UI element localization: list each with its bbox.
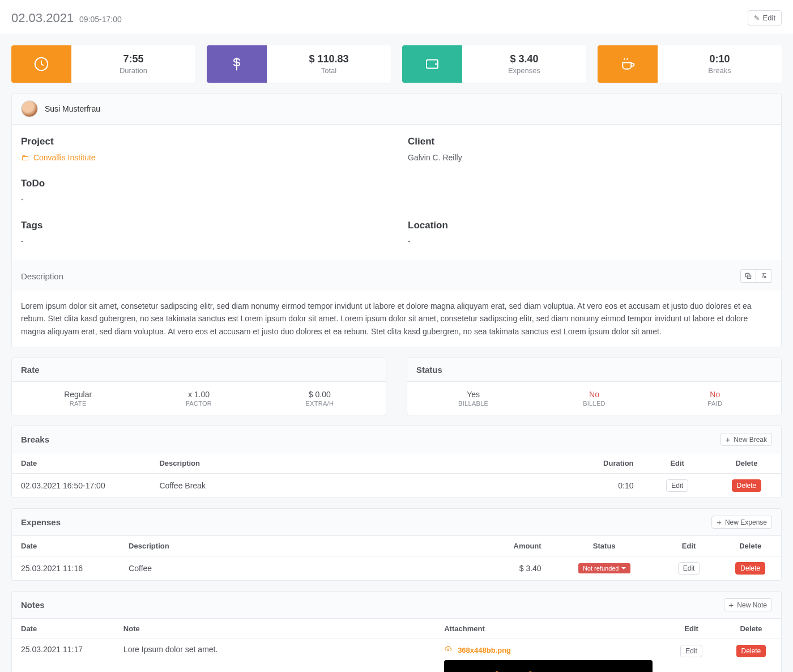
attachment-link[interactable]: 368x448bb.png bbox=[458, 646, 511, 654]
new-note-label: New Note bbox=[737, 601, 767, 609]
expenses-col-desc: Description bbox=[120, 536, 442, 556]
expense-edit-button[interactable]: Edit bbox=[678, 562, 700, 575]
attachment-preview: Timesheet 7:03 bbox=[444, 660, 653, 672]
new-break-button[interactable]: + New Break bbox=[720, 433, 772, 446]
expense-status-text: Not refunded bbox=[583, 565, 619, 572]
status-paid-label: PAID bbox=[655, 400, 775, 407]
table-row: 25.03.2021 11:16 Coffee $ 3.40 Not refun… bbox=[12, 556, 781, 581]
location-block: Location - bbox=[408, 220, 772, 246]
rate-label: Rate bbox=[12, 358, 386, 382]
todo-value: - bbox=[21, 195, 385, 204]
coffee-icon bbox=[598, 45, 658, 83]
edit-button-label: Edit bbox=[763, 14, 775, 22]
stat-expenses: $ 3.40 Expenses bbox=[402, 45, 586, 83]
plus-icon: + bbox=[726, 435, 731, 444]
avatar bbox=[21, 100, 38, 117]
expenses-col-status: Status bbox=[551, 536, 658, 556]
rate-extra-value: $ 0.00 bbox=[259, 390, 380, 399]
rate-extra-label: EXTRA/H bbox=[259, 400, 380, 407]
note-date: 25.03.2021 11:17 bbox=[12, 639, 114, 672]
expense-amount: $ 3.40 bbox=[443, 556, 551, 581]
todo-label: ToDo bbox=[21, 178, 385, 189]
status-billed-value: No bbox=[534, 390, 654, 399]
breaks-col-date: Date bbox=[12, 453, 150, 474]
tags-value: - bbox=[21, 237, 385, 246]
notes-col-date: Date bbox=[12, 619, 114, 639]
expenses-col-edit: Edit bbox=[658, 536, 720, 556]
project-label: Project bbox=[21, 136, 385, 147]
user-row: Susi Musterfrau bbox=[12, 93, 781, 125]
expense-date: 25.03.2021 11:16 bbox=[12, 556, 120, 581]
stat-total: $ 110.83 Total bbox=[207, 45, 391, 83]
caret-down-icon bbox=[621, 567, 626, 569]
stats-row: 7:55 Duration $ 110.83 Total $ 3.40 Expe… bbox=[0, 35, 793, 93]
break-edit-button[interactable]: Edit bbox=[666, 479, 688, 492]
expense-status-badge[interactable]: Not refunded bbox=[578, 563, 630, 573]
notes-table: Date Note Attachment Edit Delete 25.03.2… bbox=[12, 619, 781, 672]
preview-text-left: Timesheet bbox=[486, 669, 558, 672]
new-note-button[interactable]: + New Note bbox=[724, 598, 772, 611]
note-text: Lore Ipsum dolor set amet. bbox=[114, 639, 435, 672]
new-expense-button[interactable]: + New Expense bbox=[711, 516, 772, 529]
stat-breaks-label: Breaks bbox=[708, 66, 731, 75]
notes-col-edit: Edit bbox=[662, 619, 721, 639]
rate-factor-value: x 1.00 bbox=[138, 390, 259, 399]
project-link[interactable]: Convallis Institute bbox=[33, 153, 96, 162]
expenses-label: Expenses bbox=[21, 517, 61, 527]
wallet-icon bbox=[402, 45, 462, 83]
client-block: Client Galvin C. Reilly bbox=[408, 136, 772, 162]
clear-format-icon[interactable] bbox=[756, 269, 772, 283]
tags-block: Tags - bbox=[21, 220, 385, 246]
client-value: Galvin C. Reilly bbox=[408, 153, 772, 162]
stat-breaks-value: 0:10 bbox=[709, 53, 730, 65]
stat-total-value: $ 110.83 bbox=[309, 53, 348, 65]
pencil-icon: ✎ bbox=[754, 14, 760, 22]
break-desc: Coffee Break bbox=[150, 474, 550, 498]
user-name: Susi Musterfrau bbox=[45, 104, 100, 113]
status-panel: Status YesBILLABLE NoBILLED NoPAID bbox=[407, 358, 782, 415]
edit-button[interactable]: ✎ Edit bbox=[748, 10, 782, 25]
copy-icon[interactable] bbox=[740, 269, 756, 283]
cloud-download-icon bbox=[444, 645, 454, 654]
expenses-col-date: Date bbox=[12, 536, 120, 556]
description-header: Description bbox=[12, 261, 781, 291]
break-date: 02.03.2021 16:50-17:00 bbox=[12, 474, 150, 498]
expense-desc: Coffee bbox=[120, 556, 442, 581]
status-label: Status bbox=[407, 358, 781, 382]
notes-label: Notes bbox=[21, 600, 45, 610]
breaks-col-desc: Description bbox=[150, 453, 550, 474]
note-edit-button[interactable]: Edit bbox=[680, 645, 702, 657]
status-billed-label: BILLED bbox=[534, 400, 654, 407]
breaks-label: Breaks bbox=[21, 435, 49, 444]
entry-time-range: 09:05-17:00 bbox=[79, 15, 122, 24]
status-billable-value: Yes bbox=[413, 390, 534, 399]
stat-breaks: 0:10 Breaks bbox=[598, 45, 782, 83]
description-label: Description bbox=[21, 271, 63, 281]
project-block: Project 🗀 Convallis Institute bbox=[21, 136, 385, 162]
top-bar: 02.03.2021 09:05-17:00 ✎ Edit bbox=[0, 0, 793, 35]
location-label: Location bbox=[408, 220, 772, 231]
folder-icon: 🗀 bbox=[21, 153, 29, 162]
table-row: 25.03.2021 11:17 Lore Ipsum dolor set am… bbox=[12, 639, 781, 672]
stat-duration: 7:55 Duration bbox=[11, 45, 195, 83]
expenses-table: Date Description Amount Status Edit Dele… bbox=[12, 536, 781, 580]
notes-col-note: Note bbox=[114, 619, 435, 639]
break-delete-button[interactable]: Delete bbox=[732, 479, 762, 492]
stat-expenses-label: Expenses bbox=[508, 66, 540, 75]
break-dur: 0:10 bbox=[551, 474, 643, 498]
status-billable-label: BILLABLE bbox=[413, 400, 534, 407]
notes-col-attach: Attachment bbox=[435, 619, 662, 639]
entry-date: 02.03.2021 bbox=[11, 11, 74, 25]
stat-expenses-value: $ 3.40 bbox=[510, 53, 538, 65]
rate-regular-value: Regular bbox=[18, 390, 138, 399]
preview-text-right: 7:03 bbox=[581, 669, 611, 672]
description-text: Lorem ipsum dolor sit amet, consetetur s… bbox=[12, 291, 781, 347]
notes-col-del: Delete bbox=[721, 619, 781, 639]
rate-panel: Rate RegularRATE x 1.00FACTOR $ 0.00EXTR… bbox=[11, 358, 386, 415]
stat-duration-label: Duration bbox=[120, 66, 147, 75]
expenses-col-del: Delete bbox=[719, 536, 781, 556]
breaks-col-edit: Edit bbox=[643, 453, 712, 474]
note-delete-button[interactable]: Delete bbox=[736, 645, 766, 657]
client-label: Client bbox=[408, 136, 772, 147]
expense-delete-button[interactable]: Delete bbox=[735, 562, 765, 575]
